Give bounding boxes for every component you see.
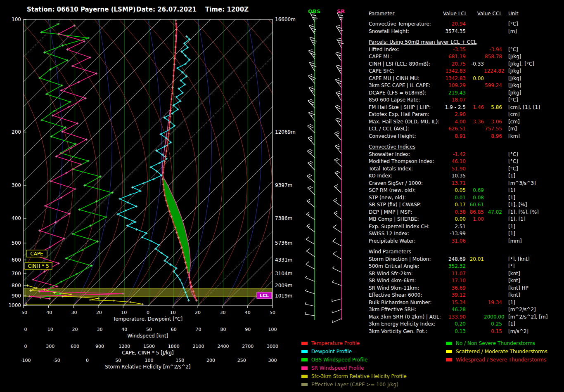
table-row: Exp. Supercell Index CH:2.51[1]	[369, 223, 563, 231]
axis-tick-label: 0	[86, 358, 89, 363]
value-cell: 0.00	[466, 75, 484, 83]
value-cell	[484, 90, 502, 97]
value-cell	[484, 180, 502, 187]
axis-tick-label: 70	[196, 327, 201, 332]
axis-tick-label: 30	[220, 310, 225, 315]
axis-tick-label: 20	[72, 327, 78, 332]
value-cell	[484, 223, 502, 231]
value-cell: 681.19	[443, 53, 466, 61]
value-cell: 36.69	[443, 285, 466, 292]
value-cell	[466, 82, 484, 90]
table-row: Lifted Index:-3.35-3.94[°C]	[369, 46, 563, 54]
axis-tick-label: 2100	[193, 344, 204, 349]
app-window: 100200300400500600700800900100016600m120…	[0, 0, 564, 392]
value-cell	[466, 46, 484, 54]
parameter-label: 3km Effective SRH:	[369, 306, 443, 314]
legend-swatch	[301, 383, 308, 386]
parameter-label: STP (new, old):	[369, 194, 443, 202]
value-cell: 17.10	[443, 277, 466, 285]
legend-swatch	[301, 350, 308, 353]
table-header-row: Parameter Value LCL Value CCL Unit	[369, 11, 563, 21]
legend-label: Widespread / Severe Thunderstorms	[456, 357, 546, 363]
parameter-label: Total Totals Index:	[369, 165, 443, 173]
parameter-table: Parameter Value LCL Value CCL Unit Conve…	[369, 11, 563, 335]
value-cell: 31.06	[443, 238, 466, 245]
table-row: SWISS 12 Index:-13.99[1]	[369, 230, 563, 238]
unit-cell: [1]	[502, 299, 563, 307]
value-cell: 109.29	[443, 82, 466, 90]
unit-cell: [1]	[502, 230, 563, 238]
parameter-label: Bulk Richardson Number:	[369, 299, 443, 307]
unit-cell: [m^2/s^2], [m]	[502, 314, 563, 321]
axis-tick-label: 300	[268, 358, 277, 363]
value-cell: 3574.35	[443, 28, 466, 35]
axis-tick-label: 0	[24, 344, 27, 349]
table-row: 850-600 Lapse Rate:18.07[°C]	[369, 97, 563, 104]
value-cell: 1224.82	[484, 68, 502, 75]
value-cell	[466, 172, 484, 180]
unit-cell: [1], [%]	[502, 201, 563, 209]
axis-tick-label: 1800	[168, 344, 180, 349]
parameter-label: KO Index:	[369, 172, 443, 180]
axis-tick-label: 0	[24, 327, 27, 332]
parameter-label: SR Wind Sfc-2km:	[369, 270, 443, 278]
value-cell: 599.24	[484, 82, 502, 90]
pressure-tick-label: 300	[12, 182, 21, 188]
parameter-label: SB STP (fix) | CWASP:	[369, 201, 443, 209]
pressure-tick-label: 600	[12, 257, 21, 263]
unit-cell: [°C]	[502, 158, 563, 165]
axis-tick-label: 50	[115, 358, 121, 363]
table-row: Snowfall Height:3574.35[m]	[369, 28, 563, 35]
value-cell	[466, 53, 484, 61]
value-cell: 13.71	[443, 180, 466, 187]
table-row: SR Wind 9km-11km:36.69[knt] HP	[369, 285, 563, 292]
parameter-label: Lifted Index:	[369, 46, 443, 54]
parameter-label: Storm Direction | Motion:	[369, 256, 443, 263]
value-cell: 2.51	[443, 223, 466, 231]
table-row: DCP | MMP | MSP:0.3886.8547.02[1], [%], …	[369, 209, 563, 216]
unit-cell: [1]	[502, 194, 563, 202]
axis-tick-label: 600	[71, 344, 79, 349]
legend-label: No / Non Severe Thunderstorms	[456, 340, 535, 346]
table-row: Modified Thompson Index:46.10[°C]	[369, 158, 563, 165]
axis-tick-label: -40	[45, 310, 52, 315]
unit-cell: [cm]	[502, 111, 563, 118]
value-cell	[484, 270, 502, 278]
axis-tick-label: 10	[170, 310, 176, 315]
unit-cell: [°]	[502, 263, 563, 270]
axis-tick-label: 3000	[267, 344, 278, 349]
value-cell: 5.86	[484, 104, 502, 111]
legend-label: Sfc-3km Storm Relative Helicity Profile	[311, 373, 407, 379]
unit-cell: [°C]	[502, 165, 563, 173]
value-cell: 11.07	[443, 270, 466, 278]
pressure-tick-label: 1000	[8, 302, 21, 308]
axis-tick-label: -10	[119, 310, 127, 315]
value-cell: 1.00	[466, 216, 484, 223]
axis-tick-label: 40	[245, 310, 251, 315]
parameter-label: SWISS 12 Index:	[369, 230, 443, 238]
parameter-label: SCP RM (new, old):	[369, 187, 443, 194]
value-cell	[484, 292, 502, 299]
table-row: DCAPE (LFS = 618mB):219.43[J/kg]	[369, 90, 563, 97]
parameter-label: DCP | MMP | MSP:	[369, 209, 443, 216]
value-cell	[466, 314, 484, 321]
value-cell	[484, 263, 502, 270]
pressure-tick-label: 700	[12, 271, 21, 276]
unit-cell: [knt]	[502, 270, 563, 278]
table-row: MB Comp | SHERBE:0.001.00[1], [1]	[369, 216, 563, 223]
parameter-label: LCL / CCL (AGL):	[369, 125, 443, 133]
value-cell	[466, 165, 484, 173]
unit-cell: [1], [1]	[502, 216, 563, 223]
axis-tick-label: 900	[95, 344, 104, 349]
legend-swatch	[446, 350, 452, 353]
legend-item: Scattered / Moderate Thunderstorms	[446, 347, 547, 356]
time-label: Time: 1200Z	[205, 6, 249, 13]
legend-swatch	[301, 358, 308, 361]
parameter-label: 850-600 Lapse Rate:	[369, 97, 443, 104]
value-cell	[466, 68, 484, 75]
legend-item: No / Non Severe Thunderstorms	[446, 339, 547, 347]
value-cell: 757.55	[484, 125, 502, 133]
unit-cell: [°C]	[502, 97, 563, 104]
value-cell	[484, 194, 502, 202]
value-cell	[484, 306, 502, 314]
